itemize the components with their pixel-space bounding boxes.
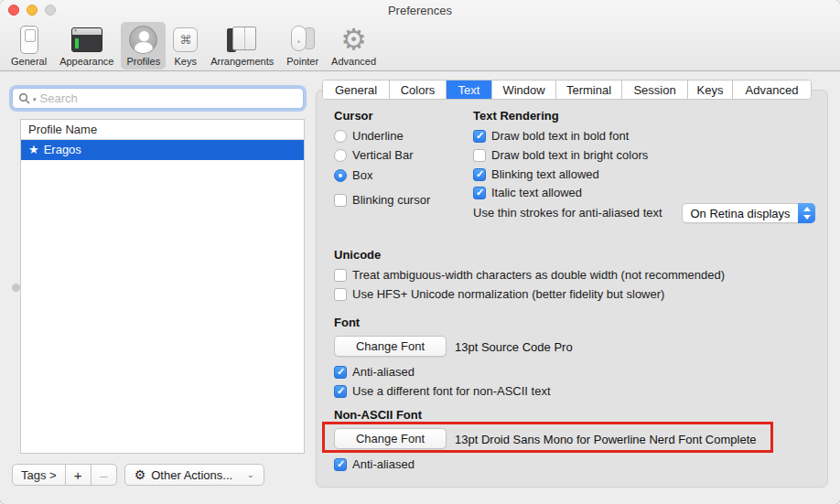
font-heading: Font [334, 316, 360, 329]
checkbox-icon [473, 187, 486, 199]
toolbar-item-general[interactable]: General [5, 22, 52, 70]
font-value: 13pt Source Code Pro [455, 340, 573, 354]
tab-window[interactable]: Window [491, 80, 555, 99]
add-profile-button[interactable]: + [66, 464, 92, 486]
checkbox-nonascii-antialiased[interactable]: Anti-aliased [334, 457, 415, 471]
person-icon [129, 24, 157, 55]
checkbox-icon [334, 269, 347, 282]
tab-terminal[interactable]: Terminal [555, 80, 621, 99]
text-rendering-heading: Text Rendering [473, 109, 559, 123]
profile-list-header[interactable]: Profile Name [21, 120, 304, 140]
radio-box[interactable]: Box [334, 168, 372, 182]
mouse-icon [291, 24, 315, 55]
checkbox-icon [334, 288, 347, 301]
toolbar-item-advanced[interactable]: ⚙ Advanced [326, 22, 382, 70]
remove-profile-button: – [92, 464, 117, 486]
profile-row-eragos[interactable]: ★ Eragos [21, 140, 304, 160]
chevron-down-icon: ⌄ [247, 470, 254, 479]
preferences-window: Preferences General × Appearance Profile… [0, 0, 840, 504]
checkbox-icon [334, 194, 347, 207]
toolbar-item-pointer[interactable]: Pointer [281, 22, 324, 70]
radio-icon [334, 130, 347, 143]
unicode-heading: Unicode [334, 248, 381, 262]
tab-session[interactable]: Session [621, 80, 687, 99]
checkbox-italic-text[interactable]: Italic text allowed [473, 186, 582, 199]
checkbox-hfs-normalization[interactable]: Use HFS+ Unicode normalization (better f… [334, 287, 664, 301]
checkbox-different-nonascii-font[interactable]: Use a different font for non-ASCII text [334, 384, 551, 398]
sidebar-footer: Tags > + – ⚙ Other Actions... ⌄ [12, 464, 264, 486]
gear-icon: ⚙ [135, 468, 146, 481]
titlebar: Preferences General × Appearance Profile… [0, 0, 840, 71]
tags-button[interactable]: Tags > [12, 464, 66, 486]
checkbox-icon [473, 130, 486, 143]
profile-list: Profile Name ★ Eragos [20, 119, 305, 454]
profile-row-label: Eragos [44, 140, 81, 160]
select-arrows-icon [798, 203, 815, 223]
thin-strokes-select[interactable]: On Retina displays [682, 203, 815, 223]
checkbox-icon [473, 149, 486, 162]
other-actions-dropdown[interactable]: ⚙ Other Actions... ⌄ [124, 464, 264, 486]
checkbox-blinking-cursor[interactable]: Blinking cursor [334, 193, 430, 207]
toolbar-item-profiles[interactable]: Profiles [121, 22, 166, 70]
checkbox-bold-in-bold-font[interactable]: Draw bold text in bold font [473, 129, 629, 143]
toolbar-item-keys[interactable]: ⌘ Keys [167, 22, 203, 70]
resize-dot [12, 284, 20, 292]
checkbox-icon [334, 458, 347, 471]
checkbox-icon [334, 385, 347, 398]
thin-strokes-label: Use thin strokes for anti-aliased text [473, 206, 662, 220]
tab-general[interactable]: General [323, 80, 389, 99]
other-actions-label: Other Actions... [151, 468, 232, 482]
checkbox-ambiguous-width[interactable]: Treat ambiguous-width characters as doub… [334, 268, 725, 282]
window-appearance-icon: × [71, 24, 102, 55]
arrangements-icon [227, 24, 258, 55]
toolbar-item-arrangements[interactable]: Arrangements [205, 22, 279, 70]
switch-icon [20, 24, 38, 55]
change-font-button[interactable]: Change Font [334, 336, 447, 357]
command-key-icon: ⌘ [173, 24, 198, 55]
radio-icon [334, 149, 347, 162]
tab-text[interactable]: Text [446, 80, 491, 99]
checkbox-icon [473, 168, 486, 181]
gear-icon: ⚙ [340, 24, 367, 55]
tab-keys[interactable]: Keys [687, 80, 732, 99]
checkbox-antialiased[interactable]: Anti-aliased [334, 365, 415, 379]
radio-vertical-bar[interactable]: Vertical Bar [334, 148, 413, 162]
window-title: Preferences [0, 4, 840, 17]
checkbox-icon [334, 366, 347, 379]
tab-bar: General Colors Text Window Terminal Sess… [322, 80, 812, 100]
search-placeholder: Search [40, 91, 78, 105]
toolbar-item-appearance[interactable]: × Appearance [54, 22, 119, 70]
non-ascii-font-heading: Non-ASCII Font [334, 408, 422, 422]
tab-colors[interactable]: Colors [389, 80, 446, 99]
star-icon: ★ [28, 140, 39, 160]
search-input[interactable]: ▾ Search [12, 88, 304, 109]
search-icon [18, 92, 31, 105]
checkbox-blinking-text[interactable]: Blinking text allowed [473, 167, 599, 181]
cursor-heading: Cursor [334, 109, 373, 123]
tab-advanced[interactable]: Advanced [732, 80, 811, 99]
search-scope-chevron-icon: ▾ [33, 96, 37, 103]
radio-underline[interactable]: Underline [334, 129, 404, 143]
checkbox-bold-bright-colors[interactable]: Draw bold text in bright colors [473, 148, 648, 162]
non-ascii-font-value: 13pt Droid Sans Mono for Powerline Nerd … [455, 433, 757, 446]
change-nonascii-font-button[interactable]: Change Font [334, 428, 447, 449]
radio-icon [334, 169, 347, 182]
toolbar: General × Appearance Profiles ⌘ Keys [5, 22, 382, 70]
